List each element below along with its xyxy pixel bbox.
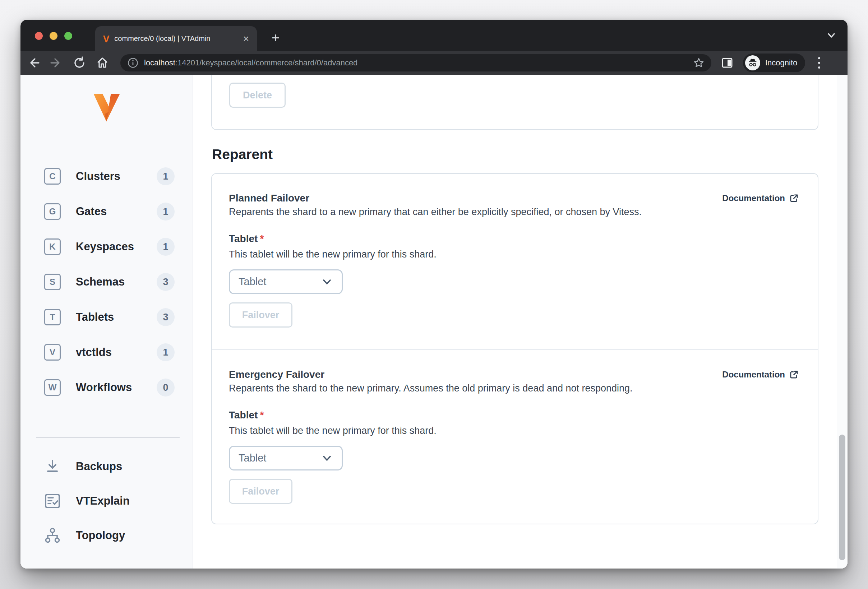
tablets-icon: T xyxy=(44,309,61,325)
documentation-link[interactable]: Documentation xyxy=(722,191,799,205)
sidebar-tools: Backups VTExplain Topology xyxy=(21,449,193,553)
window-controls xyxy=(35,32,72,40)
sidebar-item-label: Tablets xyxy=(76,311,156,324)
external-link-icon xyxy=(789,370,799,379)
delete-button[interactable]: Delete xyxy=(229,82,286,108)
sidebar-item-label: Topology xyxy=(76,529,125,542)
sidebar: C Clusters 1 G Gates 1 K Keyspaces 1 xyxy=(21,75,193,568)
reload-icon[interactable] xyxy=(69,53,90,73)
page-content: C Clusters 1 G Gates 1 K Keyspaces 1 xyxy=(21,75,847,568)
external-link-icon xyxy=(789,194,799,203)
browser-tab[interactable]: V commerce/0 (local) | VTAdmin × xyxy=(95,26,257,51)
count-badge: 1 xyxy=(156,343,174,361)
sidebar-item-topology[interactable]: Topology xyxy=(21,518,193,553)
sidebar-nav: C Clusters 1 G Gates 1 K Keyspaces 1 xyxy=(21,159,193,405)
url-bar[interactable]: localhost:14201/keyspace/local/commerce/… xyxy=(120,54,712,71)
section-description: Reparents the shard to the new primary. … xyxy=(229,381,799,395)
vtctlds-icon: V xyxy=(44,344,61,361)
workflows-icon: W xyxy=(44,379,61,396)
tab-title: commerce/0 (local) | VTAdmin xyxy=(114,34,236,43)
incognito-label: Incognito xyxy=(765,58,797,68)
section-title: Emergency Failover xyxy=(229,368,325,381)
new-tab-button[interactable]: + xyxy=(268,30,283,46)
sidebar-item-keyspaces[interactable]: K Keyspaces 1 xyxy=(21,229,193,264)
sidebar-item-schemas[interactable]: S Schemas 3 xyxy=(21,264,193,299)
section-description: Reparents the shard to a new primary tha… xyxy=(229,205,799,219)
sidebar-item-vtexplain[interactable]: VTExplain xyxy=(21,484,193,518)
page-title: Reparent xyxy=(212,147,273,162)
vitess-logo-icon[interactable] xyxy=(21,93,193,123)
keyspaces-icon: K xyxy=(44,239,61,255)
tablet-field-help: This tablet will be the new primary for … xyxy=(229,247,799,261)
sidebar-item-label: vtctlds xyxy=(76,346,156,359)
sidebar-item-gates[interactable]: G Gates 1 xyxy=(21,194,193,229)
home-icon[interactable] xyxy=(92,53,112,73)
gates-icon: G xyxy=(44,203,61,220)
sidebar-item-label: Schemas xyxy=(76,275,156,289)
documentation-label: Documentation xyxy=(722,191,785,205)
topology-icon xyxy=(44,527,61,543)
emergency-failover-button[interactable]: Failover xyxy=(229,479,292,504)
reparent-card: Planned Failover Documentation Reparents… xyxy=(211,173,818,524)
close-tab-icon[interactable]: × xyxy=(242,34,250,44)
toolbar-right: Incognito xyxy=(721,53,824,72)
tablet-field-label: Tablet* xyxy=(229,232,799,246)
planned-failover-section: Planned Failover Documentation Reparents… xyxy=(212,174,818,349)
tab-strip: V commerce/0 (local) | VTAdmin × + xyxy=(21,20,847,51)
close-window-button[interactable] xyxy=(35,32,43,40)
forward-icon[interactable] xyxy=(46,53,66,73)
browser-toolbar: localhost:14201/keyspace/local/commerce/… xyxy=(21,51,847,75)
profile-badge[interactable]: Incognito xyxy=(743,53,805,72)
sidebar-item-label: Clusters xyxy=(76,170,156,183)
planned-failover-button[interactable]: Failover xyxy=(229,302,292,328)
bookmark-star-icon[interactable] xyxy=(693,57,705,69)
sidebar-divider xyxy=(36,437,180,438)
minimize-window-button[interactable] xyxy=(50,32,58,40)
vtexplain-icon xyxy=(44,493,61,508)
sidebar-item-clusters[interactable]: C Clusters 1 xyxy=(21,159,193,194)
sidebar-item-label: Workflows xyxy=(76,381,156,394)
scrollbar-thumb[interactable] xyxy=(839,434,845,560)
sidebar-item-label: VTExplain xyxy=(76,495,130,508)
sidebar-item-backups[interactable]: Backups xyxy=(21,449,193,484)
chevron-down-icon xyxy=(322,278,332,286)
required-asterisk: * xyxy=(260,233,264,244)
count-badge: 3 xyxy=(156,308,174,326)
count-badge: 0 xyxy=(156,378,174,396)
tablet-select-value: Tablet xyxy=(239,276,266,288)
required-asterisk: * xyxy=(260,409,264,421)
sidebar-item-label: Gates xyxy=(76,205,156,218)
previous-section-card: Delete xyxy=(211,75,818,130)
zoom-window-button[interactable] xyxy=(64,32,72,40)
count-badge: 1 xyxy=(156,167,174,185)
desktop: V commerce/0 (local) | VTAdmin × + xyxy=(0,0,868,589)
tab-search-chevron-icon[interactable] xyxy=(825,31,837,40)
schemas-icon: S xyxy=(44,274,61,290)
page-scrollbar[interactable] xyxy=(837,75,847,568)
sidebar-item-label: Backups xyxy=(76,460,122,473)
browser-menu-icon[interactable] xyxy=(815,57,824,69)
tablet-select[interactable]: Tablet xyxy=(229,446,343,470)
sidebar-item-label: Keyspaces xyxy=(76,240,156,253)
count-badge: 1 xyxy=(156,238,174,256)
section-title: Planned Failover xyxy=(229,191,309,205)
sidebar-item-workflows[interactable]: W Workflows 0 xyxy=(21,370,193,405)
browser-window: V commerce/0 (local) | VTAdmin × + xyxy=(21,20,847,568)
tablet-select[interactable]: Tablet xyxy=(229,269,343,294)
page-info-icon[interactable] xyxy=(127,57,138,68)
clusters-icon: C xyxy=(44,168,61,185)
back-icon[interactable] xyxy=(24,53,43,73)
documentation-link[interactable]: Documentation xyxy=(722,368,799,381)
sidebar-item-tablets[interactable]: T Tablets 3 xyxy=(21,299,193,335)
vitess-favicon-icon: V xyxy=(103,34,109,43)
tablet-field-help: This tablet will be the new primary for … xyxy=(229,424,799,437)
emergency-failover-section: Emergency Failover Documentation Reparen… xyxy=(212,349,818,525)
sidebar-item-vtctlds[interactable]: V vtctlds 1 xyxy=(21,335,193,370)
download-icon xyxy=(44,459,61,474)
chevron-down-icon xyxy=(322,455,332,462)
url-text: localhost:14201/keyspace/local/commerce/… xyxy=(144,58,687,68)
tablet-select-value: Tablet xyxy=(239,452,266,464)
side-panel-icon[interactable] xyxy=(721,56,734,69)
count-badge: 3 xyxy=(156,273,174,291)
incognito-icon xyxy=(745,55,760,71)
